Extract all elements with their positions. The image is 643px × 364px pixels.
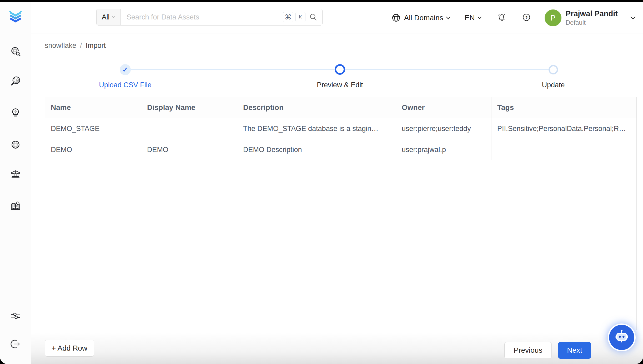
table-row: DEMODEMODEMO Descriptionuser:prajwal.p	[45, 139, 636, 160]
cell-name[interactable]: DEMO	[45, 139, 141, 160]
cell-display_name[interactable]	[141, 118, 237, 139]
chevron-down-icon	[446, 16, 451, 20]
cell-tags[interactable]: PII.Sensitive;PersonalData.Personal;R…	[491, 118, 636, 139]
check-icon: ✓	[122, 66, 128, 74]
sidebar-item-settings[interactable]	[9, 310, 22, 323]
domain-selector[interactable]: All Domains	[391, 13, 451, 23]
column-header-description: Description	[237, 97, 396, 118]
breadcrumb-root[interactable]: snowflake	[45, 42, 76, 50]
breadcrumb-separator: /	[80, 42, 82, 50]
search-scope-label: All	[102, 13, 109, 21]
book-bulb-icon	[9, 200, 22, 213]
sidebar-item-logout[interactable]	[9, 338, 22, 351]
cell-description[interactable]: DEMO Description	[237, 139, 396, 160]
svg-text:?: ?	[525, 15, 528, 20]
column-header-owner: Owner	[396, 97, 491, 118]
add-row-button[interactable]: + Add Row	[45, 340, 94, 357]
globe-grid-icon	[9, 139, 22, 152]
logout-icon	[9, 338, 22, 351]
cell-description[interactable]: The DEMO_STAGE database is a stagin…	[237, 118, 396, 139]
cell-name[interactable]: DEMO_STAGE	[45, 118, 141, 139]
chatbot-button[interactable]	[609, 325, 634, 350]
step-label-upload: Upload CSV File	[99, 81, 152, 89]
cell-display_name[interactable]: DEMO	[141, 139, 237, 160]
step-update[interactable]	[549, 65, 558, 74]
previous-button[interactable]: Previous	[504, 342, 552, 359]
sidebar-item-glossary[interactable]	[9, 200, 22, 213]
bank-icon	[9, 168, 22, 181]
avatar: P	[545, 9, 561, 26]
table-row: DEMO_STAGEThe DEMO_STAGE database is a s…	[45, 118, 636, 139]
header-right-cluster: All Domains EN	[391, 2, 636, 33]
app-logo-icon[interactable]	[7, 8, 24, 26]
cell-owner[interactable]: user:prajwal.p	[396, 139, 491, 160]
help-icon: ?	[521, 12, 531, 23]
sidebar-item-observability[interactable]	[9, 75, 22, 88]
search-icon[interactable]	[309, 13, 318, 21]
user-name: Prajwal Pandit	[566, 9, 618, 18]
language-selector[interactable]: EN	[465, 14, 482, 22]
help-button[interactable]: ?	[521, 12, 531, 23]
column-header-tags: Tags	[491, 97, 636, 118]
sidebar	[0, 2, 31, 364]
sidebar-item-explore[interactable]	[9, 46, 22, 58]
search-input[interactable]	[121, 9, 283, 25]
app-window: All ⌘ K	[0, 2, 643, 364]
preview-table: Name Display Name Description Owner Tags…	[45, 97, 637, 330]
domain-selector-label: All Domains	[404, 14, 443, 22]
sidebar-item-domains[interactable]	[9, 139, 22, 151]
top-header: All ⌘ K	[31, 2, 643, 33]
chevron-down-icon	[630, 16, 636, 20]
globe-search-icon	[9, 45, 22, 58]
globe-icon	[391, 13, 401, 23]
table-header-row: Name Display Name Description Owner Tags	[45, 97, 636, 118]
column-header-name: Name	[45, 97, 141, 118]
sliders-icon	[9, 310, 22, 323]
magnifier-chart-icon	[9, 75, 22, 88]
table-body: DEMO_STAGEThe DEMO_STAGE database is a s…	[45, 118, 636, 160]
step-upload-csv[interactable]: ✓	[120, 64, 131, 75]
step-label-preview: Preview & Edit	[317, 81, 363, 89]
step-label-update: Update	[542, 81, 565, 89]
k-key-badge: K	[295, 12, 305, 22]
cmd-key-badge: ⌘	[283, 12, 293, 22]
cell-owner[interactable]: user:pierre;user:teddy	[396, 118, 491, 139]
step-preview-edit[interactable]	[335, 64, 345, 75]
chevron-down-icon	[477, 16, 482, 19]
lightbulb-bolt-icon	[9, 107, 22, 120]
sidebar-item-insights[interactable]	[9, 107, 22, 119]
sidebar-item-govern[interactable]	[9, 169, 22, 181]
bell-icon	[497, 12, 507, 23]
next-button[interactable]: Next	[558, 342, 591, 359]
chevron-down-icon	[112, 15, 115, 19]
breadcrumb: snowflake / Import	[45, 42, 106, 50]
breadcrumb-current: Import	[86, 42, 106, 50]
cell-tags[interactable]	[491, 139, 636, 160]
column-header-display-name: Display Name	[141, 97, 237, 118]
robot-icon	[613, 329, 630, 346]
user-menu[interactable]: P Prajwal Pandit Default	[545, 9, 636, 26]
language-label: EN	[465, 14, 475, 22]
search-scope-dropdown[interactable]: All	[97, 9, 121, 25]
global-search: All ⌘ K	[96, 9, 323, 26]
import-stepper: ✓ Upload CSV File Preview & Edit Update	[0, 58, 643, 90]
user-team: Default	[566, 19, 618, 26]
notifications-button[interactable]	[497, 12, 507, 23]
